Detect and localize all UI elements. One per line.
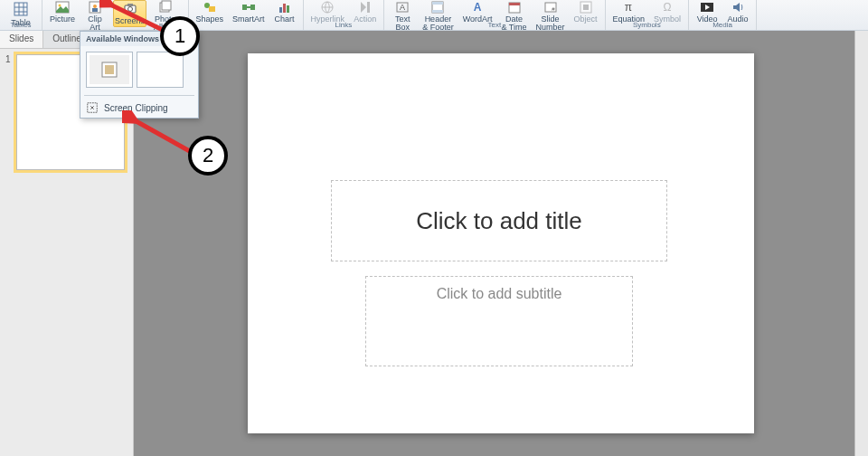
- picture-icon: [55, 0, 70, 14]
- svg-rect-0: [14, 3, 27, 15]
- svg-rect-20: [283, 4, 286, 13]
- photoalbum-button[interactable]: Photo Album: [152, 0, 179, 32]
- dropdown-header: Available Windows: [80, 32, 198, 46]
- group-label-media: Media: [689, 21, 756, 29]
- ribbon-group-images: Picture Clip Art Screens Photo Album: [42, 0, 189, 30]
- screen-clipping-label: Screen Clipping: [104, 103, 168, 113]
- chart-icon: [278, 0, 292, 14]
- svg-rect-12: [127, 4, 133, 6]
- svg-rect-27: [432, 2, 443, 5]
- screenshot-label: Screens: [115, 17, 145, 25]
- smartart-label: SmartArt: [232, 15, 265, 24]
- clipart-button[interactable]: Clip Art: [82, 0, 108, 32]
- clipping-icon: [86, 101, 99, 114]
- slide[interactable]: Click to add title Click to add subtitle: [248, 53, 754, 433]
- clipart-icon: [88, 0, 102, 14]
- picture-label: Picture: [50, 15, 75, 24]
- ribbon-group-links: Hyperlink Action Links: [304, 0, 385, 30]
- svg-rect-28: [432, 10, 443, 13]
- svg-rect-18: [250, 5, 255, 10]
- textbox-icon: A: [395, 0, 410, 14]
- ribbon-group-illustrations: Shapes SmartArt Chart: [189, 0, 304, 30]
- svg-text:A: A: [400, 3, 405, 12]
- slide-canvas: Click to add title Click to add subtitle: [134, 31, 868, 456]
- table-icon: [12, 0, 30, 18]
- screen-clipping-button[interactable]: Screen Clipping: [80, 98, 198, 118]
- headerfooter-icon: [430, 0, 445, 14]
- photoalbum-icon: [158, 0, 173, 14]
- wordart-icon: A: [470, 0, 485, 14]
- shapes-label: Shapes: [196, 15, 224, 24]
- title-placeholder[interactable]: Click to add title: [331, 180, 667, 261]
- window-thumb-2[interactable]: [137, 52, 184, 88]
- object-icon: [579, 0, 593, 14]
- svg-text:π: π: [625, 1, 632, 14]
- svg-rect-16: [209, 6, 215, 12]
- datetime-icon: [507, 0, 522, 14]
- subtitle-placeholder[interactable]: Click to add subtitle: [365, 276, 633, 366]
- chart-button[interactable]: Chart: [272, 0, 297, 24]
- available-windows: [80, 46, 198, 93]
- group-label-links: Links: [304, 21, 384, 29]
- screenshot-icon: [123, 2, 137, 16]
- svg-rect-35: [583, 5, 589, 10]
- tab-slides[interactable]: Slides: [0, 31, 43, 48]
- symbol-icon: Ω: [660, 0, 675, 14]
- equation-icon: π: [621, 0, 636, 14]
- smartart-button[interactable]: SmartArt: [231, 0, 267, 24]
- svg-rect-17: [242, 5, 247, 10]
- svg-rect-23: [367, 2, 370, 13]
- audio-icon: [731, 0, 745, 14]
- action-icon: [358, 0, 373, 14]
- shapes-icon: [203, 0, 217, 14]
- chart-label: Chart: [275, 15, 295, 24]
- picture-button[interactable]: Picture: [48, 0, 77, 24]
- ribbon-group-tables: Table Tables: [0, 0, 42, 30]
- screenshot-button[interactable]: Screens: [113, 0, 146, 27]
- ribbon-group-symbols: π Equation Ω Symbol Symbols: [606, 0, 690, 30]
- window-thumb-1[interactable]: [86, 52, 133, 88]
- screenshot-dropdown: Available Windows Screen Clipping: [80, 31, 199, 119]
- svg-rect-21: [287, 5, 289, 13]
- svg-point-6: [59, 5, 61, 7]
- slide-number: 1: [5, 54, 13, 170]
- svg-point-8: [93, 5, 97, 8]
- svg-rect-19: [279, 7, 282, 13]
- svg-rect-14: [162, 1, 171, 10]
- svg-rect-9: [92, 8, 98, 12]
- ribbon: Table Tables Picture Clip Art Screens Ph…: [0, 0, 868, 31]
- group-label-tables: Tables: [0, 21, 42, 29]
- clipart-label: Clip Art: [88, 15, 102, 32]
- group-label-text: Text: [384, 21, 604, 29]
- hyperlink-icon: [320, 0, 335, 14]
- video-icon: [700, 0, 714, 14]
- svg-text:Ω: Ω: [664, 1, 672, 14]
- slidenumber-icon: #: [543, 0, 558, 14]
- dropdown-separator: [84, 95, 194, 96]
- svg-rect-41: [105, 65, 114, 74]
- group-label-symbols: Symbols: [606, 21, 689, 29]
- photoalbum-label: Photo Album: [154, 15, 177, 32]
- svg-text:A: A: [474, 1, 482, 14]
- smartart-icon: [241, 0, 256, 14]
- ribbon-group-media: Video Audio Media: [689, 0, 757, 30]
- ribbon-group-text: A Text Box Header & Footer A WordArt Dat…: [384, 0, 605, 30]
- shapes-button[interactable]: Shapes: [194, 0, 226, 24]
- svg-rect-31: [509, 3, 520, 5]
